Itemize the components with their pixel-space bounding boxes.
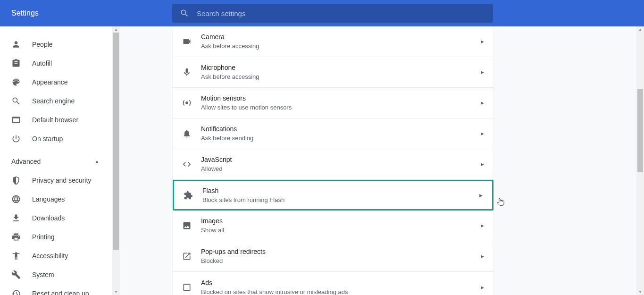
launch-icon (182, 252, 192, 261)
browser-icon (11, 115, 21, 125)
sidebar-item-label: Languages (32, 195, 65, 203)
scroll-thumb[interactable] (113, 33, 119, 250)
sidebar-scrollbar[interactable]: ▲ ▼ (112, 26, 120, 295)
setting-row-flash[interactable]: FlashBlock sites from running Flash▶ (173, 180, 493, 211)
scroll-up-icon[interactable]: ▲ (114, 26, 118, 33)
page-title: Settings (11, 9, 39, 17)
setting-row-images[interactable]: ImagesShow all▶ (173, 211, 493, 241)
sidebar-item-label: Accessibility (32, 252, 68, 260)
sidebar-item-label: Appearance (32, 78, 68, 86)
power-icon (11, 134, 21, 143)
sidebar-item-on-startup[interactable]: On startup (0, 129, 110, 148)
print-icon (11, 232, 21, 242)
advanced-label: Advanced (11, 158, 41, 165)
person-icon (11, 40, 21, 49)
sidebar-item-default-browser[interactable]: Default browser (0, 110, 110, 129)
sidebar: PeopleAutofillAppearanceSearch engineDef… (0, 26, 120, 295)
sidebar-item-label: Default browser (32, 116, 78, 124)
chevron-right-icon: ▶ (481, 70, 484, 75)
sidebar-item-label: Autofill (32, 59, 52, 67)
ads-icon (182, 283, 192, 292)
sidebar-item-label: On startup (32, 135, 63, 143)
chevron-right-icon: ▶ (481, 101, 484, 105)
setting-title: Flash (202, 186, 479, 195)
setting-title: Camera (201, 32, 481, 42)
setting-subtitle: Ask before sending (201, 134, 481, 143)
sidebar-item-label: Downloads (32, 214, 65, 222)
sidebar-item-people[interactable]: People (0, 35, 110, 54)
sidebar-item-label: People (32, 41, 53, 48)
chevron-right-icon: ▶ (481, 39, 484, 44)
header: Settings (0, 0, 644, 26)
scroll-down-icon[interactable]: ▼ (114, 289, 118, 295)
setting-subtitle: Block sites from running Flash (202, 195, 479, 205)
restore-icon (11, 289, 21, 295)
sidebar-item-languages[interactable]: Languages (0, 190, 110, 209)
notifications-icon (182, 129, 192, 138)
sidebar-item-autofill[interactable]: Autofill (0, 54, 110, 73)
palette-icon (11, 77, 21, 87)
cursor-pointer-icon (496, 197, 505, 207)
setting-subtitle: Blocked on sites that show intrusive or … (201, 287, 481, 295)
chevron-right-icon: ▶ (481, 162, 484, 167)
search-icon (180, 8, 189, 18)
setting-row-ads[interactable]: AdsBlocked on sites that show intrusive … (173, 272, 493, 295)
main-scrollbar[interactable]: ▲ ▼ (636, 26, 644, 295)
setting-row-pop-ups-and-redirects[interactable]: Pop-ups and redirectsBlocked▶ (173, 241, 493, 272)
sidebar-item-privacy-and-security[interactable]: Privacy and security (0, 171, 110, 190)
search-container[interactable] (172, 4, 493, 23)
build-icon (11, 270, 21, 279)
setting-row-camera[interactable]: CameraAsk before accessing▶ (173, 26, 493, 57)
scroll-down-icon[interactable]: ▼ (638, 289, 642, 295)
settings-card: CameraAsk before accessing▶MicrophoneAsk… (173, 26, 493, 295)
code-icon (182, 160, 192, 169)
setting-subtitle: Ask before accessing (201, 72, 481, 82)
setting-row-microphone[interactable]: MicrophoneAsk before accessing▶ (173, 57, 493, 88)
videocam-icon (182, 37, 192, 46)
main-content: CameraAsk before accessing▶MicrophoneAsk… (120, 26, 644, 295)
sidebar-item-reset-and-clean-up[interactable]: Reset and clean up (0, 284, 110, 295)
chevron-right-icon: ▶ (481, 223, 484, 228)
search-input[interactable] (197, 9, 485, 17)
sidebar-item-appearance[interactable]: Appearance (0, 73, 110, 92)
scroll-up-icon[interactable]: ▲ (638, 26, 642, 33)
setting-title: Ads (201, 278, 481, 287)
sidebar-item-label: Printing (32, 233, 54, 241)
chevron-right-icon: ▶ (481, 285, 484, 290)
chevron-right-icon: ▶ (481, 254, 484, 259)
assignment-icon (11, 59, 21, 68)
setting-subtitle: Blocked (201, 256, 481, 266)
setting-title: JavaScript (201, 155, 481, 164)
mic-icon (182, 67, 192, 77)
image-icon (182, 221, 192, 230)
setting-title: Pop-ups and redirects (201, 247, 481, 256)
scroll-thumb[interactable] (637, 89, 643, 172)
setting-title: Images (201, 216, 481, 226)
language-icon (11, 194, 21, 204)
setting-subtitle: Ask before accessing (201, 42, 481, 51)
setting-row-notifications[interactable]: NotificationsAsk before sending▶ (173, 118, 493, 149)
sidebar-item-printing[interactable]: Printing (0, 228, 110, 246)
search-icon (11, 96, 21, 106)
accessibility-icon (11, 251, 21, 261)
download-icon (11, 213, 21, 223)
sidebar-item-downloads[interactable]: Downloads (0, 209, 110, 228)
setting-title: Microphone (201, 63, 481, 72)
security-icon (11, 176, 21, 185)
sidebar-item-label: System (32, 271, 54, 278)
sidebar-item-label: Reset and clean up (32, 290, 89, 295)
chevron-right-icon: ▶ (479, 193, 483, 198)
sidebar-item-search-engine[interactable]: Search engine (0, 92, 110, 110)
setting-title: Notifications (201, 124, 481, 134)
chevron-up-icon: ▲ (95, 159, 99, 164)
extension-icon (184, 191, 193, 200)
setting-subtitle: Show all (201, 226, 481, 235)
setting-row-javascript[interactable]: JavaScriptAllowed▶ (173, 149, 493, 180)
sidebar-item-system[interactable]: System (0, 265, 110, 284)
sidebar-item-label: Search engine (32, 97, 75, 105)
chevron-right-icon: ▶ (481, 131, 484, 136)
setting-row-motion-sensors[interactable]: Motion sensorsAllow sites to use motion … (173, 88, 493, 118)
setting-subtitle: Allowed (201, 164, 481, 174)
sidebar-item-accessibility[interactable]: Accessibility (0, 246, 110, 265)
advanced-toggle[interactable]: Advanced▲ (0, 152, 110, 171)
